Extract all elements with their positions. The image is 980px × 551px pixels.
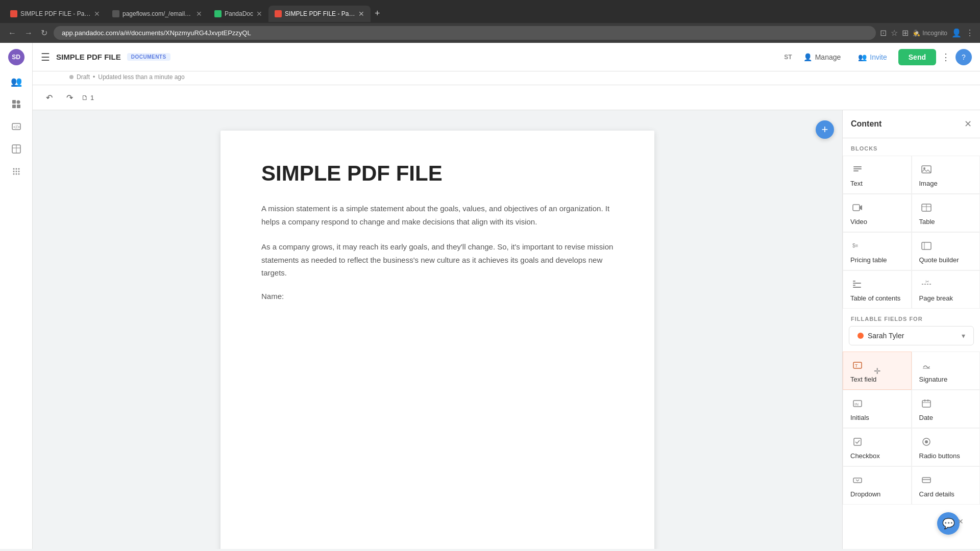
user-name: Sarah Tyler [868, 332, 904, 340]
image-block-label: Image [919, 180, 938, 187]
radio-field-icon [919, 435, 934, 449]
tab-1-title: SIMPLE PDF FILE - PandaDoc [20, 10, 91, 17]
block-video[interactable]: Video [843, 194, 912, 232]
address-bar: ← → ↻ app.pandadoc.com/a/#/documents/XNp… [0, 23, 980, 43]
radio-field-label: Radio buttons [919, 452, 960, 460]
help-button[interactable]: ? [955, 49, 972, 65]
tab-1-close[interactable]: ✕ [94, 10, 100, 18]
sidebar-grid-icon[interactable] [6, 161, 27, 182]
tab-bar: SIMPLE PDF FILE - PandaDoc ✕ pageflows.c… [0, 0, 980, 23]
field-date[interactable]: Date [912, 390, 981, 428]
panel-close-button[interactable]: ✕ [964, 118, 972, 130]
manage-button[interactable]: 👤 Manage [797, 50, 847, 64]
block-image[interactable]: Image [912, 156, 981, 194]
tab-4-title: SIMPLE PDF FILE - PandaDoc [285, 10, 355, 17]
svg-rect-2 [12, 105, 16, 108]
doc-main-title: SIMPLE PDF FILE [261, 161, 614, 186]
tab-4[interactable]: SIMPLE PDF FILE - PandaDoc ✕ [268, 6, 371, 22]
sidebar-table-icon[interactable] [6, 139, 27, 159]
user-dropdown-chevron: ▾ [962, 332, 965, 340]
add-content-button[interactable]: + [816, 120, 834, 139]
forward-button[interactable]: → [22, 27, 35, 40]
main-content: SIMPLE PDF FILE A mission statement is a… [33, 110, 980, 549]
doc-toolbar: ↶ ↷ 🗋 1 [33, 85, 980, 110]
svg-rect-0 [12, 100, 16, 104]
invite-button[interactable]: 👥 Invite [852, 50, 893, 64]
refresh-button[interactable]: ↻ [39, 26, 50, 40]
initials-field-icon: IN [850, 396, 865, 411]
split-icon[interactable]: ⊞ [902, 28, 909, 38]
sidebar-code-icon[interactable]: </> [6, 116, 27, 137]
hamburger-icon[interactable]: ☰ [41, 51, 50, 63]
panel-header: Content ✕ [843, 110, 980, 138]
svg-rect-31 [853, 283, 861, 284]
user-color-dot [857, 333, 864, 339]
field-initials[interactable]: IN Initials [843, 390, 912, 428]
block-table-of-contents[interactable]: Table of contents [843, 270, 912, 309]
back-button[interactable]: ← [6, 27, 18, 40]
pricing-table-block-icon: $≡ [850, 239, 865, 253]
user-selector[interactable]: Sarah Tyler ▾ [849, 326, 974, 345]
tab-3[interactable]: PandaDoc ✕ [208, 6, 268, 22]
profile-icon[interactable]: 👤 [951, 28, 962, 38]
redo-button[interactable]: ↷ [61, 89, 78, 106]
svg-rect-48 [853, 478, 862, 483]
table-block-label: Table [919, 218, 935, 226]
sidebar-shapes-icon[interactable] [6, 94, 27, 114]
quote-builder-block-icon [919, 239, 934, 253]
block-text[interactable]: Text [843, 156, 912, 194]
date-field-icon [919, 396, 934, 411]
new-tab-button[interactable]: + [371, 4, 384, 23]
svg-rect-41 [922, 400, 930, 407]
block-quote-builder[interactable]: Quote builder [912, 232, 981, 270]
field-checkbox[interactable]: Checkbox [843, 428, 912, 466]
header-actions: ST 👤 Manage 👥 Invite Send ⋮ ? [784, 49, 972, 65]
field-signature[interactable]: Signature [912, 352, 981, 390]
svg-point-16 [15, 173, 17, 175]
field-dropdown[interactable]: Dropdown [843, 466, 912, 505]
field-card-details[interactable]: Card details [912, 466, 981, 505]
fillable-fields-label: FILLABLE FIELDS FOR [843, 309, 980, 326]
signature-field-label: Signature [919, 375, 948, 383]
svg-rect-23 [853, 205, 860, 211]
doc-subtitle: Draft • Updated less than a minute ago [33, 71, 980, 85]
menu-icon[interactable]: ⋮ [966, 28, 974, 38]
star-icon[interactable]: ☆ [891, 28, 898, 38]
chat-icon: 💬 [942, 517, 955, 530]
doc-paragraph-2: As a company grows, it may reach its ear… [261, 240, 614, 280]
tab-1[interactable]: SIMPLE PDF FILE - PandaDoc ✕ [4, 6, 106, 22]
pricing-table-block-label: Pricing table [850, 256, 887, 264]
doc-badge: DOCUMENTS [127, 53, 170, 61]
block-table[interactable]: Table [912, 194, 981, 232]
more-options-icon[interactable]: ⋮ [941, 52, 950, 63]
chat-close-icon[interactable]: ✕ [958, 517, 964, 525]
tab-1-favicon [10, 10, 17, 17]
doc-name-field: Name: [261, 292, 614, 300]
svg-rect-28 [922, 242, 931, 249]
svg-text:IN: IN [854, 402, 859, 407]
chat-bubble[interactable]: 💬 [937, 512, 960, 535]
svg-rect-33 [853, 287, 861, 288]
svg-point-11 [18, 168, 19, 170]
doc-paragraph-1: A mission statement is a simple statemen… [261, 202, 614, 228]
user-selector-left: Sarah Tyler [857, 332, 904, 340]
sidebar-people-icon[interactable]: 👥 [6, 71, 27, 92]
reader-icon[interactable]: ⊡ [880, 28, 887, 38]
tab-2-title: pageflows.com/_/emails/_/7fb5... [122, 10, 193, 17]
svg-rect-30 [853, 281, 855, 282]
send-button[interactable]: Send [898, 49, 936, 65]
address-input[interactable]: app.pandadoc.com/a/#/documents/XNpzmyuRG… [54, 26, 876, 40]
tab-2[interactable]: pageflows.com/_/emails/_/7fb5... ✕ [106, 6, 208, 22]
initials-field-label: Initials [850, 414, 869, 421]
block-page-break[interactable]: ✂ Page break [912, 270, 981, 309]
tab-2-close[interactable]: ✕ [196, 10, 202, 18]
field-text-field[interactable]: T Text field ✛ [843, 352, 912, 390]
tab-3-close[interactable]: ✕ [256, 10, 262, 18]
svg-point-47 [925, 440, 928, 443]
undo-button[interactable]: ↶ [41, 89, 57, 106]
tab-4-close[interactable]: ✕ [358, 10, 364, 18]
text-block-label: Text [850, 180, 863, 187]
field-radio-buttons[interactable]: Radio buttons [912, 428, 981, 466]
block-pricing-table[interactable]: $≡ Pricing table [843, 232, 912, 270]
blocks-grid: Text Image Video [843, 156, 980, 309]
